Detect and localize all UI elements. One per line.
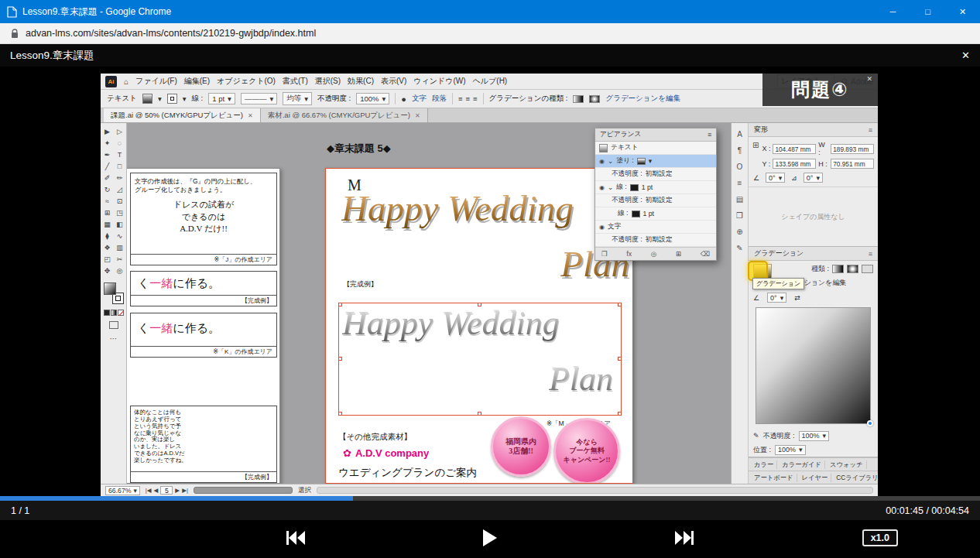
- new-stroke-icon[interactable]: ❒: [601, 250, 608, 258]
- gradient-position-field[interactable]: 100%▾: [775, 445, 806, 455]
- align-buttons[interactable]: ≡ ≡ ≡: [458, 94, 478, 103]
- type-tool-icon[interactable]: T: [114, 149, 126, 160]
- free-transform-tool-icon[interactable]: ⊡: [114, 195, 126, 207]
- magic-wand-tool-icon[interactable]: ✦: [101, 137, 114, 149]
- hand-tool-icon[interactable]: ✥: [101, 265, 114, 276]
- next-button[interactable]: [675, 531, 694, 547]
- mesh-tool-icon[interactable]: ▦: [101, 218, 114, 230]
- character-panel-icon[interactable]: A: [737, 130, 742, 139]
- url-text[interactable]: advan-lms.com/sites/advan-lms/contents/2…: [26, 28, 316, 39]
- fill-indicator[interactable]: [104, 282, 116, 295]
- w-field[interactable]: 189.893 mm: [831, 144, 874, 154]
- align-right-icon[interactable]: ≡: [473, 94, 478, 103]
- line-tool-icon[interactable]: ╱: [101, 160, 114, 172]
- paragraph-panel-icon[interactable]: ¶: [738, 146, 742, 155]
- fill-stroke-indicator[interactable]: [104, 282, 124, 304]
- zoom-tool-icon[interactable]: ◎: [114, 265, 126, 276]
- appearance-opacity-row[interactable]: 不透明度 : 初期設定: [595, 194, 716, 207]
- reverse-gradient-icon[interactable]: ⇄: [794, 294, 800, 302]
- previous-artboard-icon[interactable]: ◀: [154, 487, 159, 494]
- document-tab-kadai[interactable]: 課題.ai @ 50% (CMYK/GPUプレビュー) ✕: [104, 108, 261, 122]
- panel-menu-icon[interactable]: ≡: [869, 250, 872, 258]
- expand-panel-icon[interactable]: ⊕: [736, 228, 742, 236]
- menu-window[interactable]: ウィンドウ(W): [413, 76, 465, 87]
- appearance-panel-tab[interactable]: アピアランス ≡: [595, 128, 716, 142]
- edit-toolbar-icon[interactable]: ⋯: [110, 334, 118, 343]
- opacity-value-link[interactable]: 初期設定: [646, 196, 673, 205]
- panel-tab-color-guide[interactable]: カラーガイド: [779, 460, 825, 469]
- none-button[interactable]: [118, 310, 124, 316]
- artboard-number-field[interactable]: 5: [160, 486, 173, 495]
- linear-gradient-type-icon[interactable]: [832, 265, 844, 273]
- menu-file[interactable]: ファイル(F): [135, 76, 177, 87]
- visibility-eye-icon[interactable]: ◉: [599, 184, 605, 191]
- video-player[interactable]: Ai ⌂ ファイル(F) 編集(E) オブジェクト(O) 書式(T) 選択(S)…: [0, 67, 980, 496]
- panel-tab-libraries[interactable]: CCライブラリ: [833, 474, 878, 482]
- expand-icon[interactable]: ⌄: [608, 183, 613, 191]
- gradient-endpoint-handle[interactable]: [867, 420, 873, 426]
- stroke-style-select[interactable]: ———▾: [241, 93, 277, 104]
- visibility-eye-icon[interactable]: ◉: [599, 224, 605, 231]
- appearance-stroke-row[interactable]: ◉ ⌄ 線 : 1 pt: [595, 181, 716, 194]
- first-artboard-icon[interactable]: |◀: [146, 487, 152, 494]
- panel-menu-icon[interactable]: ≡: [869, 126, 872, 134]
- opacity-select[interactable]: 100%▾: [356, 93, 389, 104]
- edit-gradient-link[interactable]: グラデーションを編集: [605, 94, 680, 104]
- horizontal-scrollbar-thumb[interactable]: [194, 487, 293, 494]
- slice-tool-icon[interactable]: ✂: [114, 253, 126, 265]
- close-tab-icon[interactable]: ✕: [415, 112, 420, 119]
- radial-gradient-type-icon[interactable]: [847, 265, 858, 273]
- panel-tab-swatches[interactable]: スウォッチ: [827, 460, 866, 469]
- blend-tool-icon[interactable]: ∿: [114, 230, 126, 241]
- maximize-button[interactable]: □: [910, 0, 945, 23]
- width-tool-icon[interactable]: ≈: [101, 195, 114, 207]
- next-artboard-icon[interactable]: ▶: [175, 487, 180, 494]
- gradient-panel-tab[interactable]: グラデーション ≡: [749, 247, 878, 261]
- home-icon[interactable]: ⌂: [124, 77, 128, 86]
- fill-color-swatch[interactable]: [142, 94, 152, 104]
- artboard-navigation[interactable]: |◀ ◀ 5 ▶ ▶|: [146, 486, 188, 495]
- align-left-icon[interactable]: ≡: [458, 94, 463, 103]
- panel-tab-artboards[interactable]: アートボード: [751, 474, 797, 482]
- menu-edit[interactable]: 編集(E): [184, 76, 210, 87]
- menu-select[interactable]: 選択(S): [315, 76, 341, 87]
- panel-tab-layers[interactable]: レイヤー: [799, 474, 832, 482]
- visibility-eye-icon[interactable]: ◉: [599, 158, 605, 165]
- opacity-value-link[interactable]: 初期設定: [646, 169, 673, 179]
- pen-tool-icon[interactable]: ✒: [101, 149, 114, 160]
- glyphs-panel-icon[interactable]: ▤: [736, 195, 743, 204]
- symbol-sprayer-tool-icon[interactable]: ❖: [101, 241, 114, 253]
- appearance-item-row[interactable]: テキスト: [595, 142, 716, 155]
- character-link[interactable]: 文字: [412, 94, 427, 104]
- symbols-panel-icon[interactable]: ❒: [736, 211, 743, 220]
- appearance-panel-icon[interactable]: ✎: [736, 244, 742, 252]
- shear-field[interactable]: 0°▾: [804, 173, 823, 183]
- close-tab-icon[interactable]: ✕: [248, 112, 253, 119]
- gradient-opacity-field[interactable]: 100%▾: [799, 431, 830, 441]
- radial-gradient-icon[interactable]: [589, 95, 600, 103]
- gradient-angle-field[interactable]: 0°▾: [767, 293, 786, 303]
- lasso-tool-icon[interactable]: ◌: [114, 137, 126, 149]
- stroke-color-swatch[interactable]: [167, 94, 177, 104]
- freeform-gradient-type-icon[interactable]: [862, 265, 873, 273]
- stroke-color-swatch[interactable]: [632, 211, 640, 217]
- linear-gradient-icon[interactable]: [573, 95, 584, 103]
- horizontal-scrollbar-track[interactable]: [317, 487, 873, 494]
- zoom-select[interactable]: 66.67%▾: [105, 486, 140, 495]
- recolor-artwork-icon[interactable]: ●: [401, 94, 406, 104]
- rotate-tool-icon[interactable]: ↻: [101, 183, 114, 195]
- panel-tab-color[interactable]: カラー: [751, 460, 777, 469]
- opentype-panel-icon[interactable]: O: [737, 163, 743, 171]
- dropdown-icon[interactable]: ▾: [158, 94, 162, 103]
- width-profile-select[interactable]: 均等▾: [283, 92, 312, 105]
- paragraph-link[interactable]: 段落: [432, 94, 447, 104]
- stroke-color-swatch[interactable]: [630, 184, 639, 191]
- x-field[interactable]: 104.487 mm: [773, 144, 816, 154]
- appearance-opacity-row[interactable]: 不透明度 : 初期設定: [595, 234, 716, 247]
- stroke-width-select[interactable]: 1 pt▾: [208, 93, 235, 104]
- h-field[interactable]: 70.951 mm: [831, 159, 874, 169]
- appearance-fill-row[interactable]: ◉ ⌄ 塗り : ▾: [595, 155, 716, 168]
- playback-speed-button[interactable]: x1.0: [862, 529, 898, 546]
- paragraph-styles-panel-icon[interactable]: ≡: [738, 179, 742, 187]
- menu-view[interactable]: 表示(V): [381, 76, 406, 87]
